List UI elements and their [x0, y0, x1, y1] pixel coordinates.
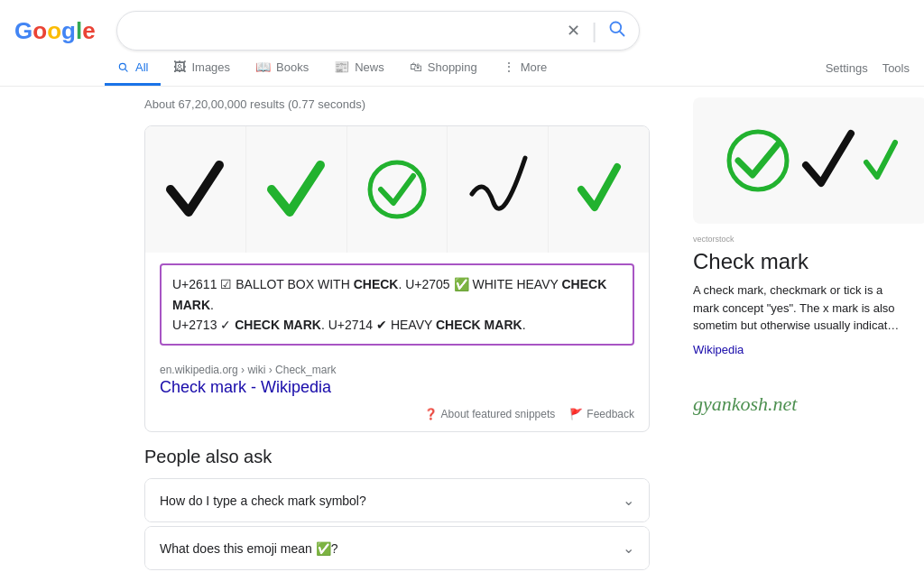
tab-shopping-label: Shopping	[428, 60, 477, 74]
chevron-down-icon-1: ⌄	[623, 540, 634, 557]
tab-images[interactable]: 🖼 Images	[161, 51, 243, 86]
paa-item-1: What does this emoji mean ✅? ⌄	[144, 526, 650, 570]
feedback-icon: 🚩	[569, 408, 583, 420]
knowledge-card: vectorstock Check mark A check mark, che…	[693, 97, 902, 356]
images-icon: 🖼	[173, 60, 186, 74]
logo-o2: o	[47, 17, 60, 45]
clear-search-icon[interactable]: ✕	[567, 21, 580, 41]
snippet-text-box: U+2611 ☑ BALLOT BOX WITH CHECK. U+2705 ✅…	[160, 263, 634, 346]
search-bar[interactable]: check mark symbol ✕ |	[116, 11, 640, 51]
snippet-line1: U+2611 ☑ BALLOT BOX WITH CHECK. U+2705 ✅…	[172, 274, 622, 315]
more-icon: ⋮	[503, 60, 515, 74]
snippet-line2: U+2713 ✓ CHECK MARK. U+2714 ✔ HEAVY CHEC…	[172, 315, 622, 335]
tab-news[interactable]: 📰 News	[321, 51, 397, 86]
tools-link[interactable]: Tools	[882, 61, 910, 75]
check-image-5	[549, 126, 649, 253]
paa-item-0: How do I type a check mark symbol? ⌄	[144, 478, 650, 522]
paa-question-text-0: How do I type a check mark symbol?	[160, 494, 366, 508]
logo-g2: g	[61, 17, 75, 45]
knowledge-desc: A check mark, checkmark or tick is a mar…	[693, 281, 902, 335]
tab-books[interactable]: 📖 Books	[243, 51, 321, 86]
tab-shopping[interactable]: 🛍 Shopping	[397, 51, 490, 86]
shopping-icon: 🛍	[410, 60, 422, 74]
results-count: About 67,20,00,000 results (0.77 seconds…	[144, 97, 650, 111]
tab-images-label: Images	[191, 60, 230, 74]
divider: |	[591, 18, 596, 43]
tab-news-label: News	[355, 60, 384, 74]
help-icon: ❓	[424, 408, 438, 420]
logo-g: G	[14, 17, 32, 45]
snippet-footer: ❓ About featured snippets 🚩 Feedback	[145, 401, 649, 431]
featured-snippet-card: U+2611 ☑ BALLOT BOX WITH CHECK. U+2705 ✅…	[144, 125, 650, 432]
check-image-4	[448, 126, 549, 253]
people-also-ask-section: People also ask How do I type a check ma…	[144, 447, 650, 572]
logo-o1: o	[32, 17, 46, 45]
books-icon: 📖	[255, 60, 271, 74]
source-breadcrumb: en.wikipedia.org › wiki › Check_mark	[160, 364, 634, 376]
check-images-strip	[145, 126, 649, 253]
paa-title: People also ask	[144, 447, 650, 467]
search-button[interactable]	[608, 20, 626, 42]
all-icon	[117, 60, 130, 74]
google-logo[interactable]: Google	[14, 17, 95, 45]
watermark: gyankosh.net	[693, 392, 902, 416]
svg-line-3	[125, 69, 127, 72]
check-image-3	[347, 126, 448, 253]
logo-e: e	[82, 17, 94, 45]
tab-more-label: More	[521, 60, 548, 74]
check-image-1	[145, 126, 246, 253]
knowledge-panel: vectorstock Check mark A check mark, che…	[671, 87, 924, 572]
chevron-down-icon-0: ⌄	[623, 492, 634, 509]
tab-all-label: All	[135, 60, 148, 74]
nav-tabs: All 🖼 Images 📖 Books 📰 News 🛍 Shopping ⋮…	[105, 51, 826, 86]
paa-question-text-1: What does this emoji mean ✅?	[160, 541, 338, 556]
snippet-source: en.wikipedia.org › wiki › Check_mark Che…	[145, 356, 649, 401]
logo-l: l	[76, 17, 81, 45]
svg-line-1	[620, 31, 624, 35]
result-title-link[interactable]: Check mark - Wikipedia	[160, 378, 634, 397]
search-input[interactable]: check mark symbol	[130, 23, 560, 39]
tab-all[interactable]: All	[105, 51, 161, 86]
news-icon: 📰	[334, 60, 349, 74]
settings-link[interactable]: Settings	[826, 61, 868, 75]
settings-tools-area: Settings Tools	[826, 56, 910, 80]
feedback-link[interactable]: 🚩 Feedback	[569, 408, 634, 420]
check-image-2	[246, 126, 347, 253]
paa-question-0[interactable]: How do I type a check mark symbol? ⌄	[145, 479, 649, 521]
knowledge-panel-image	[693, 97, 924, 224]
tab-books-label: Books	[276, 60, 309, 74]
knowledge-wikipedia-link[interactable]: Wikipedia	[693, 343, 744, 356]
about-featured-snippets[interactable]: ❓ About featured snippets	[424, 408, 556, 420]
image-source-label: vectorstock	[693, 235, 902, 244]
knowledge-title: Check mark	[693, 249, 902, 274]
tab-more[interactable]: ⋮ More	[490, 51, 560, 86]
paa-question-1[interactable]: What does this emoji mean ✅? ⌄	[145, 527, 649, 569]
